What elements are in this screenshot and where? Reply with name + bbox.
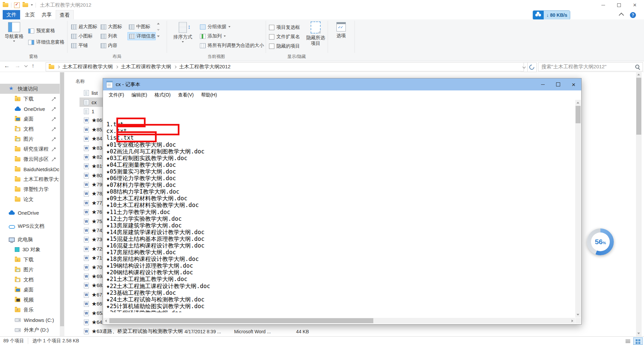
sidebar-item[interactable]: BaiduNetdiskDo — [0, 164, 60, 174]
notepad-menu-item[interactable]: 查看(V) — [174, 92, 198, 98]
tab-file[interactable]: 文件 — [3, 10, 20, 19]
details-view-button[interactable] — [623, 337, 633, 345]
more-layouts-icon[interactable] — [157, 36, 160, 37]
layout-option[interactable]: 详细信息 — [127, 32, 156, 40]
layout-option[interactable]: 平铺 — [70, 42, 99, 49]
sidebar-item[interactable]: 图片 — [0, 265, 60, 275]
layout-option[interactable]: 超大图标 — [70, 23, 99, 30]
notepad-horizontal-scrollbar[interactable] — [103, 318, 575, 324]
notepad-close-button[interactable]: × — [566, 78, 581, 90]
add-columns-button[interactable]: 添加列 — [200, 32, 226, 40]
search-input[interactable]: 搜索"土木工程教学大纲2012" — [538, 62, 643, 71]
notepad-menu-item[interactable]: 帮助(H) — [197, 92, 220, 98]
breadcrumb-item[interactable]: 土木工程课程教学大纲 — [62, 64, 113, 70]
folder-icon[interactable] — [3, 3, 8, 7]
group-by-button[interactable]: 分组依据 — [200, 23, 230, 31]
sidebar-item[interactable]: 此电脑 — [0, 234, 60, 245]
checkbox-icon[interactable] — [14, 2, 20, 8]
sidebar-item[interactable]: 微云同步区 — [0, 154, 60, 164]
qat-dropdown-icon[interactable] — [31, 4, 33, 6]
layout-option[interactable]: 中图标 — [127, 23, 156, 30]
breadcrumb-item[interactable]: 土木工程教学大纲2012 — [179, 64, 230, 70]
layout-option[interactable]: 内容 — [99, 42, 127, 49]
forward-icon[interactable]: → — [15, 63, 20, 69]
maximize-button[interactable] — [611, 0, 627, 10]
sidebar-item[interactable]: 弹塑性力学 — [0, 184, 60, 194]
minimize-button[interactable] — [595, 0, 611, 10]
sidebar-item[interactable]: OneDrive — [0, 208, 60, 218]
preview-pane-button[interactable]: 预览窗格 — [28, 27, 55, 35]
sidebar-item[interactable]: 下载 — [0, 94, 60, 104]
scroll-right-icon[interactable] — [572, 320, 573, 322]
sidebar-item[interactable]: 桌面 — [0, 285, 60, 295]
notepad-maximize-button[interactable] — [550, 78, 566, 90]
sidebar-item[interactable]: WPS云文档 — [0, 221, 60, 231]
notepad-menu-item[interactable]: 编辑(E) — [128, 92, 151, 98]
column-header-name[interactable]: 名称 — [75, 78, 85, 84]
sidebar-item[interactable]: Windows (C:) — [0, 315, 60, 325]
scrollbar-thumb[interactable] — [109, 318, 373, 323]
tab-view[interactable]: 查看 — [56, 10, 74, 20]
sidebar-item[interactable]: 视频 — [0, 295, 60, 305]
scroll-left-icon[interactable] — [105, 320, 107, 322]
size-columns-button[interactable]: 将所有列调整为合适的大小 — [200, 42, 264, 50]
layout-option[interactable]: 大图标 — [99, 23, 127, 30]
scroll-down-icon[interactable] — [637, 333, 640, 334]
sidebar-item[interactable]: 桌面 — [0, 114, 60, 124]
progress-ring[interactable]: 56 % — [587, 228, 614, 255]
sort-by-button[interactable]: 排序方式 — [170, 22, 196, 43]
sidebar-item[interactable]: 图片 — [0, 134, 60, 144]
file-list-scrollbar[interactable] — [636, 72, 642, 336]
folder-icon[interactable] — [22, 3, 28, 7]
help-icon[interactable]: ? — [630, 12, 636, 18]
sidebar-item[interactable]: 文档 — [0, 124, 60, 134]
search-icon[interactable] — [635, 65, 639, 69]
sidebar-item[interactable]: 下载 — [0, 255, 60, 265]
checkbox-icon[interactable] — [269, 44, 274, 49]
tab-share[interactable]: 共享 — [39, 10, 54, 19]
download-speed-badge[interactable]: ↓ 80 KB/s — [533, 10, 570, 20]
navigation-pane-button[interactable]: 导航窗格 — [3, 22, 25, 42]
back-icon[interactable]: ← — [4, 63, 10, 69]
address-bar[interactable]: 土木工程课程教学大纲 土木工程课程教学大纲 土木工程教学大纲2012 — [46, 62, 524, 71]
tab-home[interactable]: 主页 — [22, 10, 38, 19]
address-dropdown-button[interactable] — [521, 62, 528, 72]
layout-option[interactable]: 小图标 — [70, 32, 99, 40]
sidebar-item[interactable]: 文档 — [0, 275, 60, 285]
showhide-checkbox-row[interactable]: 隐藏的项目 — [269, 42, 300, 51]
breadcrumb-item[interactable]: 土木工程课程教学大纲 — [121, 64, 171, 70]
sidebar-item[interactable]: OneDrive — [0, 104, 60, 114]
hide-selected-button[interactable]: 隐藏所选项目 — [305, 21, 327, 46]
notepad-vertical-scrollbar[interactable] — [575, 100, 581, 318]
options-button[interactable]: 选项 — [331, 22, 351, 39]
history-chevron-icon[interactable] — [24, 64, 28, 67]
up-icon[interactable]: ↑ — [32, 63, 35, 69]
showhide-checkbox-row[interactable]: 项目复选框 — [269, 23, 300, 32]
sidebar-scrollbar[interactable] — [60, 72, 64, 336]
scrollbar-thumb[interactable] — [576, 106, 581, 123]
scroll-down-icon[interactable] — [157, 29, 160, 31]
close-button[interactable] — [627, 0, 643, 10]
scroll-up-icon[interactable] — [577, 102, 579, 104]
refresh-button[interactable] — [527, 62, 537, 72]
notepad-menu-item[interactable]: 文件(F) — [105, 92, 128, 98]
thumbnail-view-button[interactable] — [633, 337, 643, 345]
notepad-title-bar[interactable]: cx - 记事本 × — [103, 78, 581, 90]
notepad-minimize-button[interactable] — [535, 78, 550, 90]
scroll-down-icon[interactable] — [577, 314, 579, 316]
details-pane-button[interactable]: 详细信息窗格 — [28, 38, 64, 46]
notepad-menu-item[interactable]: 格式(O) — [151, 92, 174, 98]
scrollbar-thumb[interactable] — [636, 78, 641, 135]
scroll-up-icon[interactable] — [157, 23, 160, 24]
showhide-checkbox-row[interactable]: 文件扩展名 — [269, 32, 300, 42]
sidebar-item[interactable]: 研究生课程 — [0, 144, 60, 154]
sidebar-item[interactable]: 快速访问 — [0, 84, 60, 94]
sidebar-item[interactable]: 3D 对象 — [0, 245, 60, 255]
file-row[interactable]: ★63道路、桥梁工程试验与检测教学大纲 4/17/2012 8:39 ... M… — [79, 327, 314, 336]
checkbox-icon[interactable] — [269, 34, 274, 40]
layout-option[interactable]: 列表 — [99, 32, 127, 40]
sidebar-item[interactable]: 论文 — [0, 194, 60, 204]
scrollbar-thumb[interactable] — [60, 72, 64, 326]
sidebar-item[interactable]: 外来户 (D:) — [0, 325, 60, 335]
sidebar-item[interactable]: 土木工程教学大纲 — [0, 174, 60, 184]
